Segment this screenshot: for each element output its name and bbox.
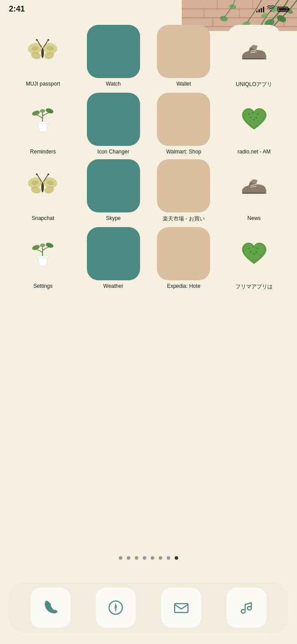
svg-point-68 — [256, 247, 258, 249]
svg-point-63 — [31, 244, 40, 251]
svg-point-45 — [255, 117, 257, 118]
page-dot-1[interactable] — [119, 556, 122, 560]
app-icon-uniqlo — [227, 25, 281, 78]
app-item-expedia[interactable]: Expedia: Hote — [150, 227, 218, 291]
dock-item-compass[interactable] — [96, 588, 136, 628]
status-time: 2:41 — [9, 4, 25, 14]
page-dot-7[interactable] — [167, 556, 170, 560]
svg-point-42 — [252, 112, 254, 114]
svg-rect-76 — [175, 604, 188, 613]
app-label-furima: フリマアプリは — [235, 283, 273, 291]
app-label-settings: Settings — [33, 283, 52, 289]
compass-icon — [106, 598, 125, 617]
status-icons — [256, 5, 288, 13]
svg-point-47 — [249, 120, 250, 121]
page-dot-2[interactable] — [127, 556, 130, 560]
app-icon-rakuten — [157, 159, 210, 212]
app-label-wallet: Wallet — [176, 81, 191, 87]
svg-rect-62 — [37, 256, 49, 258]
app-label-muji: MUJI passport — [26, 81, 60, 87]
app-item-icon-changer[interactable]: Icon Changer — [79, 93, 148, 155]
app-item-uniqlo[interactable]: UNIQLOアプリ — [220, 25, 288, 88]
app-item-radio[interactable]: radio.net - AM — [220, 93, 288, 155]
app-label-uniqlo: UNIQLOアプリ — [236, 81, 272, 88]
svg-point-66 — [247, 247, 250, 249]
svg-point-38 — [31, 110, 40, 117]
svg-point-75 — [115, 607, 117, 609]
svg-point-41 — [247, 113, 250, 115]
page-dot-3[interactable] — [135, 556, 138, 560]
music-icon — [237, 598, 256, 617]
battery-icon — [277, 7, 288, 12]
app-icon-reminders — [16, 93, 70, 146]
svg-point-40 — [40, 109, 46, 113]
mail-icon — [172, 598, 191, 617]
app-label-icon-changer: Icon Changer — [98, 149, 129, 155]
app-icon-walmart — [157, 93, 210, 146]
app-icon-muji — [16, 25, 70, 78]
app-label-walmart: Walmart: Shop — [166, 149, 201, 155]
svg-point-46 — [253, 119, 255, 121]
app-label-radio: radio.net - AM — [238, 149, 271, 155]
dock — [9, 582, 288, 633]
app-item-furima[interactable]: フリマアプリは — [220, 227, 288, 291]
app-icon-skype — [87, 159, 140, 212]
app-label-reminders: Reminders — [30, 149, 56, 155]
app-icon-snapchat — [16, 159, 70, 212]
svg-point-43 — [256, 113, 258, 115]
app-icon-watch — [87, 25, 140, 78]
app-icon-weather — [87, 227, 140, 280]
app-label-skype: Skype — [106, 215, 121, 221]
app-label-watch: Watch — [106, 81, 121, 87]
app-icon-icon-changer — [87, 93, 140, 146]
svg-point-69 — [250, 251, 252, 253]
app-item-muji[interactable]: MUJI passport — [9, 25, 77, 88]
svg-point-57 — [36, 173, 38, 175]
app-icon-news — [227, 159, 281, 212]
app-item-wallet[interactable]: Wallet — [150, 25, 218, 88]
app-icon-wallet — [157, 25, 210, 78]
app-item-weather[interactable]: Weather — [79, 227, 148, 291]
svg-point-48 — [257, 120, 258, 121]
app-item-walmart[interactable]: Walmart: Shop — [150, 93, 218, 155]
phone-icon — [41, 598, 60, 617]
app-item-reminders[interactable]: Reminders — [9, 93, 77, 155]
page-dot-8-active[interactable] — [175, 556, 178, 560]
app-item-watch[interactable]: Watch — [79, 25, 148, 88]
app-grid-container: MUJI passport Watch Wallet — [0, 16, 297, 299]
dock-item-music[interactable] — [227, 588, 266, 628]
page-dots — [0, 556, 297, 560]
svg-rect-37 — [37, 122, 49, 124]
svg-point-32 — [36, 39, 38, 41]
app-label-snapchat: Snapchat — [32, 215, 55, 221]
app-item-news[interactable]: News — [220, 159, 288, 223]
svg-point-67 — [252, 246, 254, 248]
svg-point-70 — [255, 251, 257, 253]
status-bar: 2:41 — [0, 0, 297, 16]
app-item-skype[interactable]: Skype — [79, 159, 148, 223]
page-dot-6[interactable] — [159, 556, 162, 560]
app-label-rakuten: 楽天市場 - お買い — [163, 215, 205, 223]
app-item-snapchat[interactable]: Snapchat — [9, 159, 77, 223]
app-icon-settings — [16, 227, 70, 280]
svg-point-44 — [250, 117, 252, 118]
app-item-rakuten[interactable]: 楽天市場 - お買い — [150, 159, 218, 223]
page-dot-5[interactable] — [151, 556, 154, 560]
svg-point-59 — [47, 173, 49, 175]
app-label-news: News — [247, 215, 261, 221]
app-icon-expedia — [157, 227, 210, 280]
svg-point-65 — [40, 243, 46, 247]
app-label-weather: Weather — [103, 283, 123, 289]
page-dot-4[interactable] — [143, 556, 146, 560]
dock-item-mail[interactable] — [161, 588, 201, 628]
app-grid: MUJI passport Watch Wallet — [7, 20, 290, 295]
app-label-expedia: Expedia: Hote — [167, 283, 200, 289]
app-icon-furima — [227, 227, 281, 280]
svg-point-71 — [253, 253, 255, 255]
app-icon-radio — [227, 93, 281, 146]
dock-item-phone[interactable] — [31, 588, 70, 628]
app-item-settings[interactable]: Settings — [9, 227, 77, 291]
signal-icon — [256, 6, 264, 12]
svg-point-34 — [47, 39, 49, 41]
wifi-icon — [267, 5, 275, 13]
